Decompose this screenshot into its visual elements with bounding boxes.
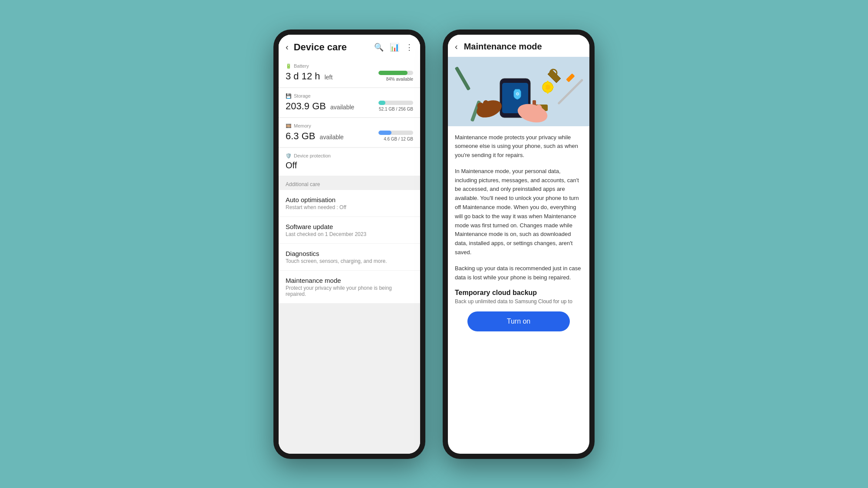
shield-icon: 🛡️ [286, 153, 292, 159]
device-care-phone: ‹ Device care 🔍 📊 ⋮ 🔋 Battery [273, 29, 425, 459]
maintenance-svg: ⚙ [448, 57, 589, 126]
more-icon[interactable]: ⋮ [405, 43, 413, 52]
svg-text:⚙: ⚙ [516, 92, 519, 96]
storage-icon: 💾 [286, 93, 292, 99]
maintenance-mode-title: Maintenance mode [286, 277, 413, 284]
svg-rect-20 [542, 86, 546, 88]
svg-rect-19 [547, 90, 549, 94]
turn-on-button[interactable]: Turn on [467, 311, 569, 331]
maint-page-title: Maintenance mode [464, 42, 542, 52]
memory-icon: 🎞️ [286, 123, 292, 129]
storage-label: 💾 Storage [286, 93, 413, 99]
storage-section[interactable]: 💾 Storage 203.9 GB available [279, 88, 420, 118]
device-care-screen: ‹ Device care 🔍 📊 ⋮ 🔋 Battery [279, 35, 420, 454]
device-protection-section[interactable]: 🛡️ Device protection Off [279, 148, 420, 176]
diagnostics-title: Diagnostics [286, 250, 413, 257]
battery-label: 🔋 Battery [286, 63, 413, 69]
auto-optimisation-item[interactable]: Auto optimisation Restart when needed : … [279, 190, 420, 217]
device-protection-value: Off [286, 160, 413, 170]
device-care-header: ‹ Device care 🔍 📊 ⋮ [279, 35, 420, 58]
memory-value: 6.3 GB available [286, 131, 344, 142]
auto-optimisation-title: Auto optimisation [286, 196, 413, 203]
battery-value: 3 d 12 h left [286, 71, 332, 82]
maintenance-desc2: In Maintenance mode, your personal data,… [455, 167, 582, 257]
svg-rect-21 [550, 86, 554, 88]
diagnostics-subtitle: Touch screen, sensors, charging, and mor… [286, 258, 413, 264]
search-icon[interactable]: 🔍 [374, 43, 384, 52]
memory-label: 🎞️ Memory [286, 123, 413, 129]
maintenance-mode-screen: ‹ Maintenance mode [448, 35, 589, 454]
device-protection-label: 🛡️ Device protection [286, 153, 413, 159]
memory-progress: 4.6 GB / 12 GB [378, 131, 413, 141]
memory-section[interactable]: 🎞️ Memory 6.3 GB available [279, 118, 420, 147]
software-update-subtitle: Last checked on 1 December 2023 [286, 231, 413, 237]
maintenance-body: Maintenance mode protects your privacy w… [448, 126, 589, 454]
maintenance-illustration: ⚙ [448, 57, 589, 126]
chart-icon[interactable]: 📊 [390, 43, 399, 52]
maintenance-mode-item[interactable]: Maintenance mode Protect your privacy wh… [279, 271, 420, 303]
svg-rect-18 [547, 81, 549, 84]
battery-progress: 84% available [378, 71, 413, 82]
battery-section[interactable]: 🔋 Battery 3 d 12 h left 84% available [279, 58, 420, 88]
cloud-backup-subtitle: Back up unlimited data to Samsung Cloud … [455, 298, 582, 305]
battery-icon: 🔋 [286, 63, 292, 69]
maintenance-header: ‹ Maintenance mode [448, 35, 589, 57]
cloud-backup-section: Temporary cloud backup Back up unlimited… [455, 289, 582, 305]
software-update-title: Software update [286, 223, 413, 230]
menu-list: Auto optimisation Restart when needed : … [279, 190, 420, 303]
maintenance-desc1: Maintenance mode protects your privacy w… [455, 133, 582, 160]
back-button[interactable]: ‹ [286, 42, 289, 52]
storage-value: 203.9 GB available [286, 101, 354, 112]
maintenance-desc3: Backing up your data is recommended just… [455, 264, 582, 282]
maint-back-button[interactable]: ‹ [455, 42, 458, 52]
diagnostics-item[interactable]: Diagnostics Touch screen, sensors, charg… [279, 244, 420, 271]
content-area: 🔋 Battery 3 d 12 h left 84% available [279, 58, 420, 454]
cloud-backup-title: Temporary cloud backup [455, 289, 582, 297]
software-update-item[interactable]: Software update Last checked on 1 Decemb… [279, 217, 420, 244]
storage-progress: 52.1 GB / 256 GB [378, 101, 413, 111]
maintenance-mode-phone: ‹ Maintenance mode [443, 29, 595, 459]
additional-care-header: Additional care [279, 176, 420, 190]
page-title: Device care [294, 42, 371, 53]
maintenance-mode-subtitle: Protect your privacy while your phone is… [286, 285, 413, 297]
auto-optimisation-subtitle: Restart when needed : Off [286, 204, 413, 210]
header-icons: 🔍 📊 ⋮ [374, 43, 413, 52]
